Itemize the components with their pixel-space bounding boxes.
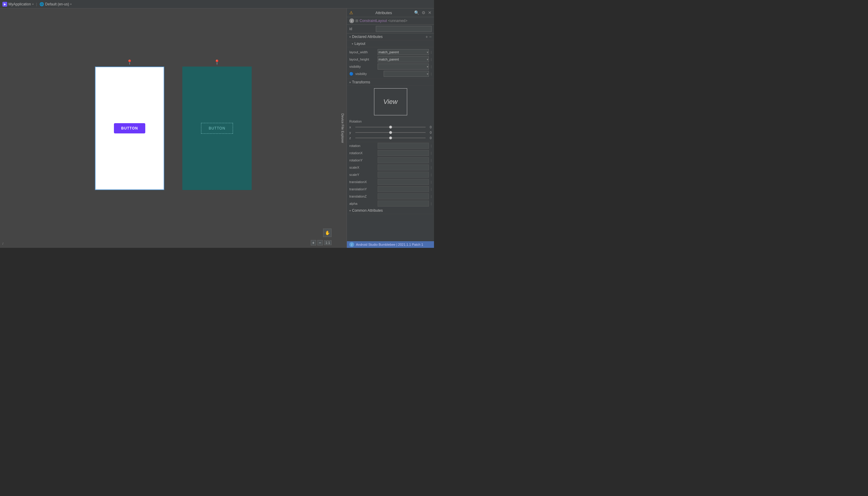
rotation-attr-pin[interactable]: | — [431, 144, 432, 148]
rotationY-attr-label: rotationY — [349, 158, 376, 162]
transforms-label: Transforms — [352, 80, 370, 84]
translationX-attr-pin[interactable]: | — [431, 181, 432, 184]
pin-design: 📍 — [126, 59, 133, 65]
visibility-pin[interactable]: | — [431, 65, 432, 68]
layout-height-select[interactable]: match_parent wrap_content — [378, 56, 429, 62]
rotationX-attr-row: rotationX | — [347, 149, 434, 157]
visibility2-select-wrapper: visible — [384, 71, 429, 77]
translationY-attr-pin[interactable]: | — [431, 188, 432, 191]
rotation-z-slider[interactable] — [355, 136, 425, 140]
rotationX-attr-pin[interactable]: | — [431, 152, 432, 155]
rotation-z-value: 0 — [427, 136, 432, 140]
scaleY-attr-pin[interactable]: | — [431, 173, 432, 176]
transforms-chevron: ▾ — [349, 81, 351, 84]
component-icon: ⊞ — [355, 19, 358, 23]
device-file-explorer-tab[interactable]: Device File Explorer — [341, 113, 344, 143]
add-attribute-button[interactable]: + — [425, 35, 428, 39]
alpha-attr-pin[interactable]: | — [431, 202, 432, 205]
view-box-label: View — [383, 98, 398, 106]
scaleY-attr-row: scaleY | — [347, 171, 434, 178]
translationX-attr-input[interactable] — [378, 179, 429, 185]
translationZ-attr-pin[interactable]: | — [431, 195, 432, 198]
rotation-header: Rotation — [347, 119, 434, 124]
visibility2-label: visibility — [355, 72, 383, 76]
gear-icon[interactable]: ⚙ — [422, 10, 425, 15]
rotationY-attr-pin[interactable]: | — [431, 159, 432, 162]
id-label: id — [349, 27, 373, 31]
layout-height-row: layout_height match_parent wrap_content … — [347, 56, 434, 63]
config-selector[interactable]: 🌐 Default (en-us) ▾ — [40, 2, 72, 6]
visibility-select[interactable]: visible invisible gone — [378, 64, 429, 69]
rotation-x-slider[interactable] — [355, 125, 425, 129]
blueprint-button[interactable]: BUTTON — [201, 123, 233, 134]
rotation-x-label: x — [349, 125, 354, 129]
declared-attributes-header[interactable]: ▾ Declared Attributes + − — [347, 33, 434, 40]
visibility-label: visibility — [349, 65, 376, 68]
layout-height-select-wrapper: match_parent wrap_content — [378, 56, 429, 62]
visibility2-pin[interactable]: | — [431, 72, 432, 76]
layout-header[interactable]: ▾ Layout — [347, 40, 434, 47]
declared-attributes-label: Declared Attributes — [352, 35, 383, 39]
visibility2-row: 🔵 visibility visible | — [347, 70, 434, 77]
top-bar: ▶ MyApplication ▾ | 🌐 Default (en-us) ▾ — [0, 0, 434, 9]
layout-height-pin[interactable]: | — [431, 58, 432, 61]
scaleX-attr-row: scaleX | — [347, 164, 434, 171]
visibility2-icon: 🔵 — [349, 72, 354, 76]
layout-chevron: ▾ — [352, 42, 353, 45]
scaleY-attr-input[interactable] — [378, 172, 429, 178]
component-selector[interactable]: i ⊞ ConstraintLayout <unnamed> — [347, 17, 434, 25]
layout-width-select[interactable]: match_parent wrap_content — [378, 49, 429, 55]
translationY-attr-label: translationY — [349, 187, 376, 191]
transforms-header[interactable]: ▾ Transforms — [347, 79, 434, 86]
layout-width-pin[interactable]: | — [431, 51, 432, 54]
id-input[interactable] — [376, 26, 432, 32]
scaleX-attr-pin[interactable]: | — [431, 166, 432, 169]
rotationY-attr-row: rotationY | — [347, 157, 434, 164]
right-panel: ⚠ Attributes 🔍 ⚙ ✕ i ⊞ ConstraintLayout … — [347, 9, 434, 248]
transforms-view: View — [347, 86, 434, 118]
search-icon[interactable]: 🔍 — [414, 10, 419, 15]
translationX-attr-label: translationX — [349, 180, 376, 184]
main-content: 📍 BUTTON 📍 BUTTON ✋ + − 1:1 / Device — [0, 9, 434, 248]
rotation-attr-label: rotation — [349, 144, 376, 148]
hand-tool-button[interactable]: ✋ — [323, 229, 331, 237]
design-preview: BUTTON — [95, 66, 164, 190]
translationY-attr-input[interactable] — [378, 186, 429, 192]
rotation-y-label: y — [349, 131, 354, 134]
rotationY-attr-input[interactable] — [378, 157, 429, 163]
rotation-attr-input[interactable] — [378, 143, 429, 149]
zoom-minus-button[interactable]: − — [317, 240, 323, 245]
scaleX-attr-input[interactable] — [378, 165, 429, 170]
canvas-area[interactable]: 📍 BUTTON 📍 BUTTON ✋ + − 1:1 / Device — [0, 9, 347, 248]
alpha-attr-input[interactable] — [378, 201, 429, 206]
pin-blueprint: 📍 — [214, 59, 220, 65]
app-chevron: ▾ — [32, 3, 34, 6]
status-info-icon: i — [349, 242, 354, 247]
blueprint-preview-container: 📍 BUTTON — [182, 66, 252, 190]
rotation-y-row: y 0 — [347, 130, 434, 135]
translationZ-attr-input[interactable] — [378, 193, 429, 199]
layout-label: Layout — [355, 42, 365, 46]
remove-attribute-button[interactable]: − — [429, 35, 432, 39]
close-icon[interactable]: ✕ — [428, 10, 432, 15]
translationZ-attr-label: translationZ — [349, 195, 376, 198]
transform-attrs-list: rotation | rotationX | rotationY | scale… — [347, 142, 434, 207]
rotation-y-slider[interactable] — [355, 130, 425, 135]
design-button[interactable]: BUTTON — [114, 123, 145, 134]
rotationX-attr-input[interactable] — [378, 150, 429, 156]
help-icon: i — [349, 18, 354, 23]
visibility2-select[interactable]: visible — [384, 71, 429, 77]
panel-scroll[interactable]: ▾ Declared Attributes + − ▾ Layout layou… — [347, 33, 434, 241]
layout-width-row: layout_width match_parent wrap_content | — [347, 48, 434, 56]
common-attributes-header[interactable]: ▾ Common Attributes — [347, 207, 434, 214]
rotation-x-value: 0 — [427, 125, 432, 129]
visibility-row: visibility visible invisible gone | — [347, 63, 434, 70]
panel-header-icons: 🔍 ⚙ ✕ — [414, 10, 432, 15]
config-chevron: ▾ — [70, 3, 72, 6]
zoom-plus-button[interactable]: + — [311, 240, 316, 245]
config-name: Default (en-us) — [45, 2, 69, 6]
alpha-attr-row: alpha | — [347, 200, 434, 207]
component-unnamed: <unnamed> — [388, 19, 407, 23]
alpha-attr-label: alpha — [349, 202, 376, 205]
app-selector[interactable]: ▶ MyApplication ▾ — [2, 2, 34, 6]
